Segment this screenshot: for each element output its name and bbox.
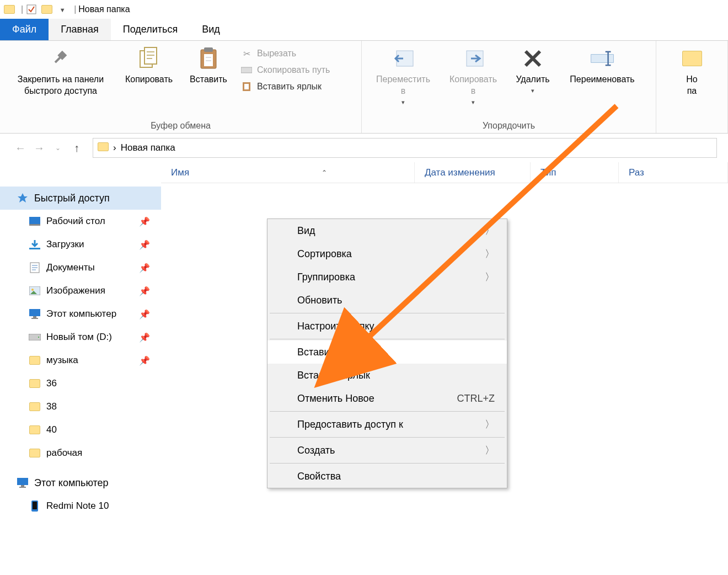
titlebar: | ▼ | Новая папка — [0, 0, 728, 19]
ctx-refresh[interactable]: Обновить — [267, 289, 507, 312]
ctx-customize-folder[interactable]: Настроить папку... — [267, 315, 507, 338]
ctx-paste[interactable]: Вставить — [267, 340, 507, 364]
chevron-down-icon: ▾ — [472, 98, 475, 106]
ctx-view[interactable]: Вид〉 — [267, 219, 507, 242]
sidebar-folder-38[interactable]: 38 — [0, 395, 161, 418]
tab-view[interactable]: Вид — [190, 19, 232, 40]
column-size[interactable]: Раз — [619, 162, 728, 183]
ribbon-group-organize: Переместить в ▾ Копировать в ▾ Удалить ▾… — [362, 41, 656, 133]
sidebar-this-pc[interactable]: Этот компьютер 📌 — [0, 302, 161, 326]
svg-rect-16 — [29, 217, 40, 224]
sidebar-folder-36[interactable]: 36 — [0, 372, 161, 395]
svg-rect-18 — [29, 248, 40, 249]
svg-rect-27 — [17, 478, 28, 485]
folder-icon — [29, 424, 41, 436]
chevron-right-icon: 〉 — [485, 224, 495, 237]
ctx-separator — [270, 411, 505, 412]
ctx-sort[interactable]: Сортировка〉 — [267, 242, 507, 265]
group-label-clipboard: Буфер обмена — [0, 121, 361, 133]
sidebar-desktop[interactable]: Рабочий стол 📌 — [0, 210, 161, 233]
paste-shortcut-button[interactable]: Вставить ярлык — [238, 79, 332, 94]
tab-share[interactable]: Поделиться — [111, 19, 190, 40]
sidebar-redmi[interactable]: Redmi Note 10 — [0, 494, 161, 518]
ctx-properties[interactable]: Свойства — [267, 465, 507, 488]
copy-icon — [137, 46, 161, 71]
ribbon: Закрепить на панели быстрого доступа Коп… — [0, 41, 728, 134]
star-pin-icon — [17, 192, 29, 204]
breadcrumb-sep: › — [113, 142, 116, 153]
sidebar-folder-40[interactable]: 40 — [0, 418, 161, 441]
delete-button[interactable]: Удалить ▾ — [507, 44, 558, 97]
nav-recent-dropdown[interactable]: ⌄ — [49, 139, 67, 157]
qat-folder-icon[interactable] — [41, 3, 53, 15]
tab-file[interactable]: Файл — [0, 19, 49, 40]
new-folder-button[interactable]: Но па — [662, 44, 722, 99]
qat-checkbox-icon[interactable] — [25, 3, 38, 15]
ctx-separator — [270, 339, 505, 339]
svg-rect-24 — [31, 318, 38, 319]
paste-button[interactable]: Вставить — [182, 44, 235, 88]
desktop-icon — [29, 215, 41, 227]
svg-rect-23 — [33, 316, 36, 318]
copy-button[interactable]: Копировать — [116, 44, 182, 88]
nav-back-button[interactable]: ← — [11, 139, 30, 157]
svg-rect-29 — [19, 487, 26, 488]
breadcrumb-folder[interactable]: Новая папка — [121, 142, 175, 153]
pc-icon — [29, 308, 41, 320]
group-label-organize: Упорядочить — [362, 121, 656, 133]
ctx-create[interactable]: Создать〉 — [267, 439, 507, 462]
pictures-icon — [29, 285, 41, 297]
ctx-undo-new[interactable]: Отменить НовоеCTRL+Z — [267, 387, 507, 410]
svg-point-21 — [31, 289, 34, 291]
copy-path-icon — [240, 64, 253, 76]
pin-to-quick-access-button[interactable]: Закрепить на панели быстрого доступа — [6, 44, 116, 99]
ribbon-tabs: Файл Главная Поделиться Вид — [0, 19, 728, 41]
nav-up-button[interactable]: ↑ — [67, 139, 86, 157]
copy-to-button[interactable]: Копировать в ▾ — [439, 44, 507, 108]
chevron-right-icon: 〉 — [485, 270, 495, 284]
cut-button[interactable]: ✂ Вырезать — [238, 46, 332, 61]
chevron-right-icon: 〉 — [485, 444, 495, 457]
context-menu: Вид〉 Сортировка〉 Группировка〉 Обновить Н… — [267, 219, 507, 488]
scissors-icon: ✂ — [240, 47, 253, 60]
sidebar-new-volume[interactable]: Новый том (D:) 📌 — [0, 326, 161, 349]
paste-icon — [196, 46, 221, 71]
move-to-button[interactable]: Переместить в ▾ — [367, 44, 439, 108]
svg-rect-17 — [29, 224, 40, 226]
sidebar-quick-access[interactable]: Быстрый доступ — [0, 187, 161, 210]
sidebar-this-pc-root[interactable]: Этот компьютер — [0, 471, 161, 494]
sidebar-pictures[interactable]: Изображения 📌 — [0, 279, 161, 302]
rename-button[interactable]: Переименовать — [558, 44, 646, 88]
column-date[interactable]: Дата изменения — [415, 162, 531, 183]
ctx-group[interactable]: Группировка〉 — [267, 265, 507, 289]
chevron-right-icon: 〉 — [485, 418, 495, 431]
folder-icon — [29, 447, 41, 459]
sidebar-documents[interactable]: Документы 📌 — [0, 256, 161, 279]
sidebar-work-folder[interactable]: рабочая — [0, 441, 161, 465]
ctx-share-access[interactable]: Предоставить доступ к〉 — [267, 413, 507, 436]
svg-rect-8 — [244, 84, 249, 89]
pin-icon: 📌 — [139, 355, 150, 366]
address-bar[interactable]: › Новая папка — [93, 138, 717, 158]
svg-rect-6 — [241, 67, 252, 73]
nav-forward-button[interactable]: → — [30, 139, 49, 157]
svg-marker-15 — [18, 193, 28, 203]
sort-caret-icon: ⌃ — [322, 169, 327, 177]
copy-path-button[interactable]: Скопировать путь — [238, 63, 332, 77]
copy-to-icon — [461, 46, 485, 71]
nav-bar: ← → ⌄ ↑ › Новая папка — [0, 134, 728, 162]
ctx-paste-shortcut[interactable]: Вставить ярлык — [267, 364, 507, 387]
folder-icon — [98, 142, 109, 153]
navigation-sidebar: Быстрый доступ Рабочий стол 📌 Загрузки 📌… — [0, 183, 161, 575]
column-type[interactable]: Тип — [531, 162, 619, 183]
pin-icon: 📌 — [139, 286, 150, 296]
sidebar-music[interactable]: музыка 📌 — [0, 349, 161, 372]
qat-dropdown-icon[interactable]: ▼ — [56, 4, 68, 16]
new-folder-icon — [680, 46, 704, 71]
tab-home[interactable]: Главная — [49, 19, 111, 40]
ctx-separator — [270, 437, 505, 438]
column-name[interactable]: Имя ⌃ — [161, 162, 415, 183]
sidebar-downloads[interactable]: Загрузки 📌 — [0, 233, 161, 256]
drive-icon — [29, 331, 41, 343]
chevron-right-icon: 〉 — [485, 247, 495, 260]
